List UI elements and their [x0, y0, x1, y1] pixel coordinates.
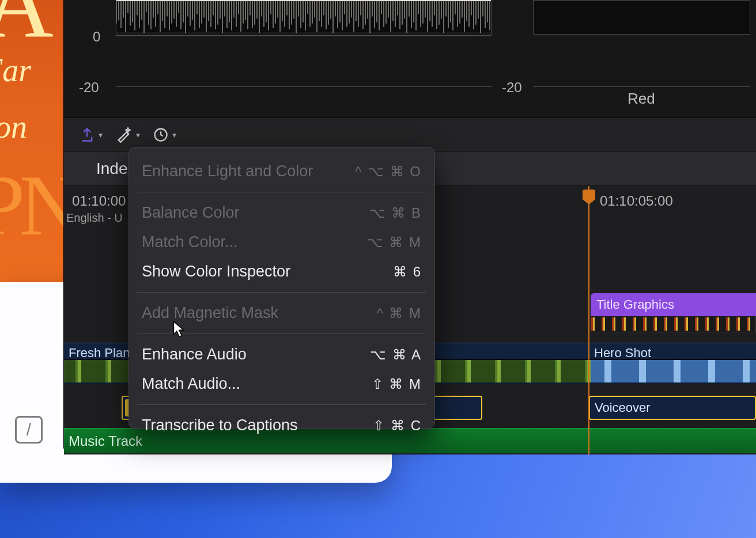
menu-item-label: Transcribe to Captions — [142, 416, 298, 434]
menu-match-audio[interactable]: Match Audio... ⇧ ⌘ M — [129, 369, 434, 399]
voiceover-label: Voiceover — [595, 400, 651, 415]
menu-separator — [137, 404, 426, 405]
clip-label-right: Hero Shot — [594, 346, 651, 361]
menu-separator — [137, 192, 426, 192]
menu-item-shortcut: ⇧ ⌘ C — [373, 418, 422, 434]
menu-item-shortcut: ⇧ ⌘ M — [372, 376, 422, 392]
scope-channel-label: Red — [628, 90, 655, 108]
red-scope: -20 Red — [502, 0, 750, 113]
axis-line-zero — [116, 36, 492, 36]
menu-match-color: Match Color... ⌥ ⌘ M — [129, 228, 434, 257]
menu-item-label: Add Magnetic Mask — [142, 304, 278, 322]
menu-show-color-inspector[interactable]: Show Color Inspector ⌘ 6 — [129, 257, 434, 286]
caption-lang-label: English - U — [66, 211, 123, 225]
menu-balance-color: Balance Color ⌥ ⌘ B — [129, 198, 434, 228]
menu-item-shortcut: ⌥ ⌘ B — [369, 205, 422, 221]
menu-item-shortcut: ^ ⌘ M — [376, 305, 422, 321]
voiceover-clip[interactable]: Voiceover — [589, 396, 756, 420]
filmstrip-dots — [591, 317, 755, 331]
menu-item-label: Match Color... — [142, 233, 238, 251]
menu-item-shortcut: ⌥ ⌘ M — [367, 234, 422, 251]
artwork-text-2: tion — [0, 108, 27, 145]
menu-enhance-light-and-color: Enhance Light and Color ^ ⌥ ⌘ O — [129, 157, 434, 186]
clip-thumbnails-right — [591, 359, 756, 382]
menu-item-label: Balance Color — [142, 204, 240, 222]
pencil-glyph: / — [27, 420, 31, 440]
axis-neg20-right-label: -20 — [502, 79, 522, 96]
menu-separator — [137, 334, 426, 334]
title-clip[interactable]: Title Graphics — [591, 293, 756, 316]
axis-line-neg20-right — [533, 86, 750, 87]
waveform-display — [116, 0, 492, 36]
index-button[interactable]: Inde — [96, 160, 128, 178]
menu-transcribe-to-captions[interactable]: Transcribe to Captions ⇧ ⌘ C — [129, 411, 434, 440]
menu-item-shortcut: ⌥ ⌘ A — [370, 347, 422, 363]
menu-separator — [137, 292, 426, 293]
luma-scope: 0 -20 — [77, 0, 492, 113]
axis-neg20-label: -20 — [79, 79, 99, 96]
chevron-down-icon: ▾ — [172, 130, 176, 139]
menu-item-label: Enhance Light and Color — [142, 162, 313, 180]
playhead[interactable] — [588, 186, 589, 454]
svg-rect-2 — [116, 32, 491, 35]
menu-add-magnetic-mask: Add Magnetic Mask ^ ⌘ M — [129, 298, 434, 328]
enhance-menu-button[interactable]: ▾ — [111, 124, 145, 145]
title-clip-filmstrip[interactable] — [591, 316, 756, 332]
enhance-dropdown-menu: Enhance Light and Color ^ ⌥ ⌘ O Balance … — [128, 147, 435, 429]
menu-item-label: Enhance Audio — [142, 346, 247, 363]
clip-label-left: Fresh Plan — [69, 346, 130, 361]
chevron-down-icon: ▾ — [136, 130, 140, 139]
title-clip-label: Title Graphics — [596, 297, 674, 312]
menu-item-shortcut: ^ ⌥ ⌘ O — [355, 164, 422, 180]
timecode-left: 01:10:00 — [72, 193, 126, 209]
menu-item-shortcut: ⌘ 6 — [393, 264, 422, 280]
share-button[interactable]: ▾ — [74, 124, 107, 145]
artwork-text-1: Far — [0, 52, 31, 89]
scope-box-right — [533, 0, 750, 35]
menu-item-label: Show Color Inspector — [142, 263, 290, 281]
chevron-down-icon: ▾ — [99, 130, 103, 139]
retime-button[interactable]: ▾ — [148, 124, 181, 145]
menu-enhance-audio[interactable]: Enhance Audio ⌥ ⌘ A — [129, 340, 434, 369]
timecode-right: 01:10:05:00 — [600, 193, 673, 209]
menu-item-label: Match Audio... — [142, 375, 240, 393]
edit-icon[interactable]: / — [15, 416, 43, 444]
axis-line-neg20 — [116, 86, 492, 87]
axis-zero-label: 0 — [93, 29, 100, 45]
scopes-panel: 0 -20 — [64, 0, 756, 118]
side-artwork: A Far tion PN — [0, 0, 63, 282]
